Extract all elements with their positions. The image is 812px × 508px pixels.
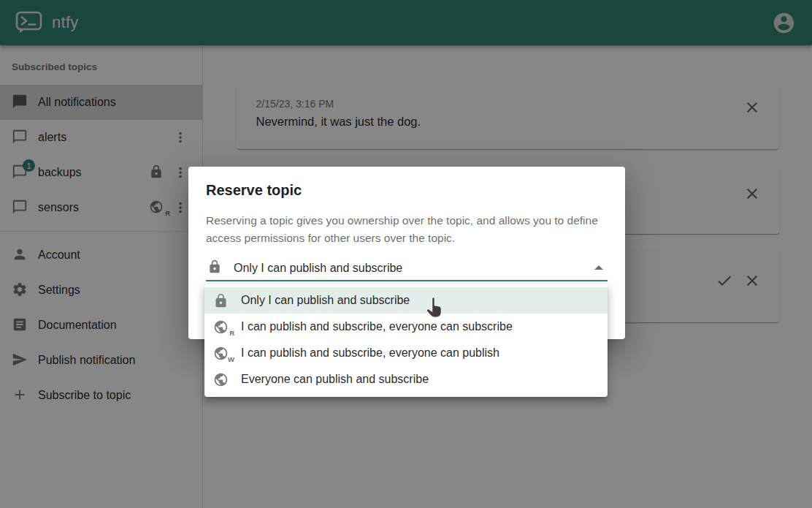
globe-icon	[212, 371, 229, 388]
dialog-title: Reserve topic	[206, 181, 608, 200]
menu-item-label: I can publish and subscribe, everyone ca…	[241, 320, 513, 333]
menu-item-everyone-can-publish-subscribe[interactable]: Everyone can publish and subscribe	[204, 366, 608, 393]
chevron-up-icon	[594, 265, 603, 270]
access-permission-select[interactable]: Only I can publish and subscribe	[206, 257, 608, 281]
select-value: Only I can publish and subscribe	[234, 262, 402, 275]
lock-icon	[207, 259, 225, 277]
globe-write-icon: W	[212, 344, 229, 362]
menu-item-everyone-can-publish[interactable]: W I can publish and subscribe, everyone …	[204, 340, 608, 366]
globe-sub-label: W	[228, 355, 234, 363]
menu-item-only-i-can-publish-subscribe[interactable]: Only I can publish and subscribe	[204, 287, 608, 314]
menu-item-everyone-can-subscribe[interactable]: R I can publish and subscribe, everyone …	[204, 314, 608, 340]
globe-sub-label: R	[229, 329, 234, 337]
globe-read-icon: R	[212, 318, 229, 335]
menu-item-label: Everyone can publish and subscribe	[241, 373, 429, 386]
menu-item-label: Only I can publish and subscribe	[241, 294, 410, 307]
lock-icon	[212, 292, 229, 309]
menu-item-label: I can publish and subscribe, everyone ca…	[241, 346, 499, 360]
dialog-description: Reserving a topic gives you ownership ov…	[206, 212, 608, 247]
access-options-menu: Only I can publish and subscribe R I can…	[204, 284, 608, 397]
